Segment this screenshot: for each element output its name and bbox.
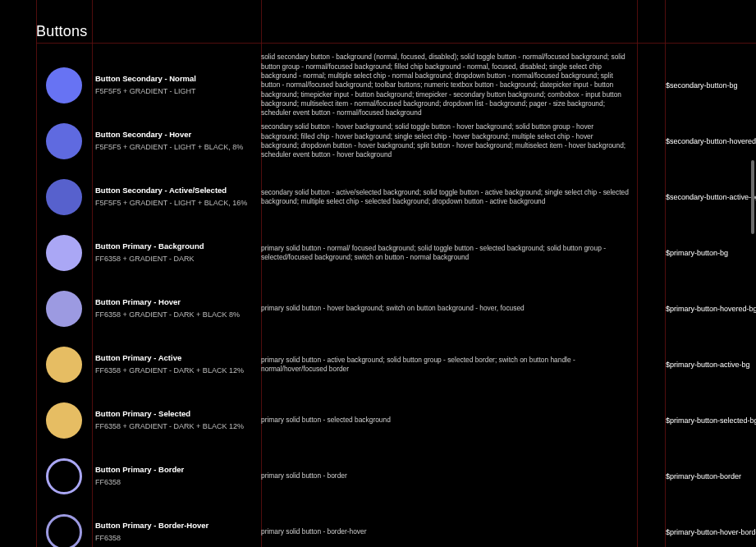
swatch-column <box>36 281 92 337</box>
color-row: Button Primary - SelectedFF6358 + GRADIE… <box>0 393 756 448</box>
name-column: Button Primary - Border-HoverFF6358 <box>95 504 261 547</box>
variable-name: $primary-button-border <box>666 472 741 480</box>
color-row: Button Primary - BackgroundFF6358 + GRAD… <box>0 225 756 281</box>
usage-text: primary solid button - border-hover <box>261 527 366 536</box>
swatch-column <box>36 337 92 393</box>
name-column: Button Secondary - HoverF5F5F5 + GRADIEN… <box>95 113 261 169</box>
variable-column: $primary-button-border <box>666 448 756 504</box>
variable-column: $primary-button-selected-bg <box>666 393 756 448</box>
token-name: Button Primary - Active <box>95 353 256 363</box>
token-formula: FF6358 + GRADIENT - DARK + BLACK 8% <box>95 310 256 320</box>
variable-name: $primary-button-hover-border <box>666 528 756 536</box>
color-row: Button Secondary - NormalF5F5F5 + GRADIE… <box>0 57 756 113</box>
usage-column: primary solid button - border-hover <box>261 504 637 547</box>
rows-container: Button Secondary - NormalF5F5F5 + GRADIE… <box>0 57 756 547</box>
swatch-column <box>36 448 92 504</box>
color-row: Button Primary - ActiveFF6358 + GRADIENT… <box>0 337 756 393</box>
token-name: Button Primary - Hover <box>95 297 256 307</box>
grid-horizontal-line <box>36 43 756 44</box>
token-name: Button Primary - Border-Hover <box>95 521 256 531</box>
color-swatch <box>46 235 82 271</box>
token-formula: F5F5F5 + GRADIENT - LIGHT + BLACK, 16% <box>95 199 256 209</box>
variable-name: $secondary-button-active-bg <box>666 193 756 201</box>
usage-column: primary solid button - normal/ focused b… <box>261 225 637 281</box>
token-formula: FF6358 <box>95 534 256 544</box>
color-swatch <box>46 179 82 215</box>
color-row: Button Primary - BorderFF6358primary sol… <box>0 448 756 504</box>
color-row: Button Secondary - HoverF5F5F5 + GRADIEN… <box>0 113 756 169</box>
variable-name: $primary-button-active-bg <box>666 361 750 369</box>
name-column: Button Primary - BorderFF6358 <box>95 448 261 504</box>
color-swatch <box>46 347 82 383</box>
usage-text: primary solid button - normal/ focused b… <box>261 244 630 263</box>
color-swatch <box>46 514 82 547</box>
usage-text: primary solid button - active background… <box>261 356 630 375</box>
token-formula: FF6358 + GRADIENT - DARK + BLACK 12% <box>95 366 256 376</box>
color-swatch <box>46 402 82 439</box>
name-column: Button Primary - ActiveFF6358 + GRADIENT… <box>95 337 261 393</box>
section-title: Buttons <box>36 23 87 40</box>
token-name: Button Secondary - Hover <box>95 130 256 140</box>
scrollbar-thumb[interactable] <box>751 160 754 234</box>
token-formula: FF6358 <box>95 478 256 488</box>
variable-column: $primary-button-hovered-bg <box>666 281 756 337</box>
swatch-column <box>36 57 92 113</box>
color-swatch <box>46 123 82 159</box>
usage-column: solid secondary button - background (nor… <box>261 57 637 113</box>
token-formula: FF6358 + GRADIENT - DARK <box>95 255 256 264</box>
usage-text: primary solid button - selected backgrou… <box>261 416 391 425</box>
name-column: Button Secondary - NormalF5F5F5 + GRADIE… <box>95 57 261 113</box>
color-swatch <box>46 291 82 327</box>
variable-column: $secondary-button-hovered-bg <box>666 113 756 169</box>
usage-column: primary solid button - border <box>261 448 637 504</box>
variable-column: $primary-button-hover-border <box>666 504 756 547</box>
usage-text: secondary solid button - hover backgroun… <box>261 122 630 159</box>
usage-column: secondary solid button - hover backgroun… <box>261 113 637 169</box>
usage-text: solid secondary button - background (nor… <box>261 53 630 117</box>
color-row: Button Primary - HoverFF6358 + GRADIENT … <box>0 281 756 337</box>
swatch-column <box>36 225 92 281</box>
swatch-column <box>36 504 92 547</box>
usage-column: primary solid button - active background… <box>261 337 637 393</box>
token-name: Button Secondary - Active/Selected <box>95 186 256 195</box>
color-row: Button Primary - Border-HoverFF6358prima… <box>0 504 756 547</box>
color-row: Button Secondary - Active/SelectedF5F5F5… <box>0 169 756 225</box>
swatch-column <box>36 113 92 169</box>
variable-name: $secondary-button-hovered-bg <box>666 137 756 145</box>
usage-text: primary solid button - hover background;… <box>261 304 525 313</box>
token-formula: FF6358 + GRADIENT - DARK + BLACK 12% <box>95 422 256 432</box>
name-column: Button Secondary - Active/SelectedF5F5F5… <box>95 169 261 225</box>
token-name: Button Primary - Border <box>95 465 256 475</box>
variable-column: $secondary-button-active-bg <box>666 169 756 225</box>
name-column: Button Primary - BackgroundFF6358 + GRAD… <box>95 225 261 281</box>
name-column: Button Primary - SelectedFF6358 + GRADIE… <box>95 393 261 448</box>
token-name: Button Primary - Background <box>95 241 256 251</box>
usage-text: primary solid button - border <box>261 471 347 480</box>
usage-column: primary solid button - hover background;… <box>261 281 637 337</box>
variable-name: $secondary-button-bg <box>666 81 738 90</box>
variable-name: $primary-button-hovered-bg <box>666 305 756 313</box>
usage-column: primary solid button - selected backgrou… <box>261 393 637 448</box>
color-swatch <box>46 458 82 494</box>
token-formula: F5F5F5 + GRADIENT - LIGHT <box>95 87 256 97</box>
color-swatch <box>46 67 82 103</box>
swatch-column <box>36 393 92 448</box>
variable-column: $secondary-button-bg <box>666 57 756 113</box>
swatch-column <box>36 169 92 225</box>
token-name: Button Primary - Selected <box>95 409 256 419</box>
token-formula: F5F5F5 + GRADIENT - LIGHT + BLACK, 8% <box>95 143 256 153</box>
variable-column: $primary-button-active-bg <box>666 337 756 393</box>
variable-name: $primary-button-selected-bg <box>666 416 756 425</box>
usage-column: secondary solid button - active/selected… <box>261 169 637 225</box>
variable-name: $primary-button-bg <box>666 249 728 257</box>
token-name: Button Secondary - Normal <box>95 74 256 84</box>
usage-text: secondary solid button - active/selected… <box>261 188 630 207</box>
name-column: Button Primary - HoverFF6358 + GRADIENT … <box>95 281 261 337</box>
variable-column: $primary-button-bg <box>666 225 756 281</box>
